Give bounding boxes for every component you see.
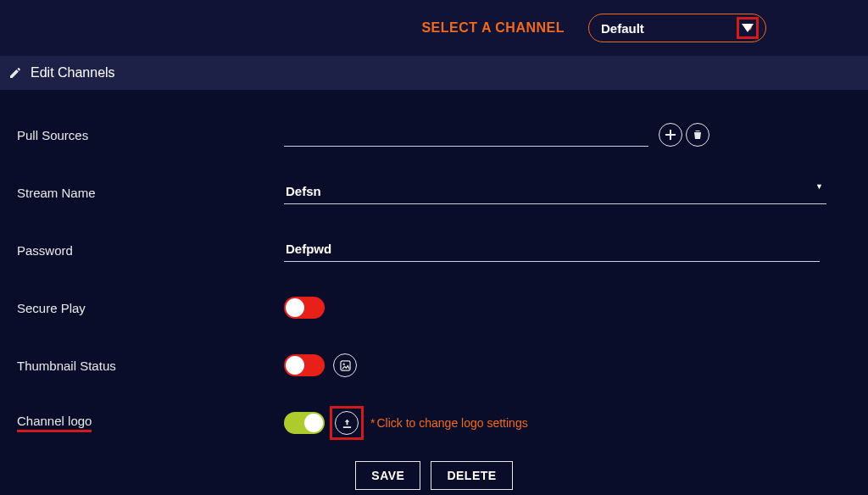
channel-select[interactable]: Default ▼ — [588, 14, 766, 42]
row-channel-logo: Channel logo *Click to change logo setti… — [17, 403, 851, 442]
pull-sources-input[interactable] — [284, 123, 648, 147]
top-bar: SELECT A CHANNEL Default ▼ — [0, 0, 868, 56]
row-thumbnail-status: Thumbnail Status — [17, 346, 851, 385]
add-source-button[interactable] — [659, 123, 682, 147]
caret-down-icon: ▼ — [815, 182, 823, 191]
row-stream-name: Stream Name ▼ — [17, 173, 851, 212]
channel-logo-toggle[interactable] — [284, 412, 325, 434]
label-stream-name: Stream Name — [17, 186, 284, 200]
password-input[interactable] — [284, 238, 820, 262]
label-channel-logo: Channel logo — [17, 414, 92, 432]
row-password: Password — [17, 231, 851, 270]
edit-channel-form: Pull Sources Stream Name ▼ Password S — [0, 90, 868, 490]
add-icon — [665, 130, 676, 140]
section-title-bar: Edit Channels — [0, 56, 868, 90]
logo-hint: *Click to change logo settings — [370, 416, 528, 430]
label-password: Password — [17, 243, 284, 258]
secure-play-toggle[interactable] — [284, 297, 325, 319]
save-button[interactable]: SAVE — [355, 461, 420, 490]
stream-name-select[interactable] — [284, 181, 826, 204]
label-pull-sources: Pull Sources — [17, 128, 284, 142]
label-thumbnail-status: Thumbnail Status — [17, 359, 284, 373]
label-secure-play: Secure Play — [17, 301, 284, 315]
section-title: Edit Channels — [31, 65, 115, 81]
channel-select-caret-highlight[interactable] — [737, 17, 759, 39]
form-actions: SAVE DELETE — [17, 461, 851, 490]
upload-logo-button[interactable] — [335, 411, 359, 435]
svg-point-2 — [342, 363, 344, 364]
logo-upload-highlight — [330, 406, 364, 440]
delete-button[interactable]: DELETE — [431, 461, 512, 490]
channel-select-value: Default — [601, 21, 742, 36]
select-channel-label: SELECT A CHANNEL — [421, 20, 565, 36]
row-pull-sources: Pull Sources — [17, 115, 851, 154]
row-secure-play: Secure Play — [17, 288, 851, 327]
thumbnail-preview-button[interactable] — [333, 353, 357, 377]
edit-icon — [8, 66, 22, 80]
svg-marker-0 — [742, 24, 754, 32]
thumbnail-status-toggle[interactable] — [284, 354, 325, 376]
upload-icon — [342, 418, 353, 429]
delete-source-button[interactable] — [686, 123, 709, 147]
caret-down-icon — [742, 24, 754, 32]
svg-rect-1 — [340, 360, 349, 370]
image-icon — [340, 360, 351, 371]
trash-icon — [693, 130, 703, 140]
